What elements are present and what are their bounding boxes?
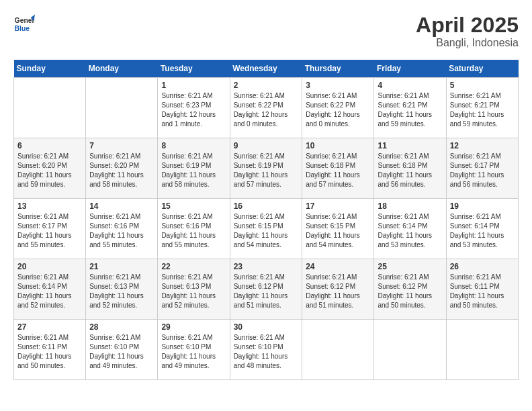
day-number: 7: [89, 141, 154, 150]
day-number: 21: [89, 262, 154, 271]
day-info: Sunrise: 6:21 AM Sunset: 6:22 PM Dayligh…: [306, 91, 370, 129]
day-number: 28: [89, 322, 154, 332]
calendar-title: April 2025: [416, 13, 519, 37]
day-cell: 27Sunrise: 6:21 AM Sunset: 6:11 PM Dayli…: [14, 320, 86, 380]
day-info: Sunrise: 6:21 AM Sunset: 6:13 PM Dayligh…: [89, 273, 154, 310]
day-number: 9: [234, 141, 299, 150]
day-number: 16: [234, 201, 299, 211]
day-info: Sunrise: 6:21 AM Sunset: 6:20 PM Dayligh…: [89, 152, 154, 189]
logo: General Blue: [13, 13, 35, 35]
day-number: 23: [234, 262, 299, 271]
day-info: Sunrise: 6:21 AM Sunset: 6:11 PM Dayligh…: [17, 333, 82, 371]
week-row-4: 20Sunrise: 6:21 AM Sunset: 6:14 PM Dayli…: [14, 259, 519, 320]
day-cell: 20Sunrise: 6:21 AM Sunset: 6:14 PM Dayli…: [14, 259, 86, 320]
day-number: 4: [378, 81, 442, 90]
day-cell: 28Sunrise: 6:21 AM Sunset: 6:10 PM Dayli…: [86, 320, 158, 380]
day-cell: 15Sunrise: 6:21 AM Sunset: 6:16 PM Dayli…: [158, 199, 230, 259]
week-row-2: 6Sunrise: 6:21 AM Sunset: 6:20 PM Daylig…: [14, 138, 519, 199]
day-cell: 11Sunrise: 6:21 AM Sunset: 6:18 PM Dayli…: [374, 138, 446, 199]
header-cell-thursday: Thursday: [302, 60, 374, 78]
day-info: Sunrise: 6:21 AM Sunset: 6:21 PM Dayligh…: [378, 91, 442, 129]
logo-icon: General Blue: [13, 13, 35, 35]
day-number: 5: [450, 81, 515, 90]
day-info: Sunrise: 6:21 AM Sunset: 6:22 PM Dayligh…: [234, 91, 299, 129]
day-info: Sunrise: 6:21 AM Sunset: 6:17 PM Dayligh…: [450, 152, 515, 189]
day-cell: [374, 320, 446, 380]
day-info: Sunrise: 6:21 AM Sunset: 6:23 PM Dayligh…: [161, 91, 226, 129]
day-number: 15: [161, 201, 226, 211]
day-info: Sunrise: 6:21 AM Sunset: 6:12 PM Dayligh…: [234, 273, 299, 310]
day-cell: 10Sunrise: 6:21 AM Sunset: 6:18 PM Dayli…: [302, 138, 374, 199]
day-info: Sunrise: 6:21 AM Sunset: 6:12 PM Dayligh…: [378, 273, 442, 310]
day-cell: 2Sunrise: 6:21 AM Sunset: 6:22 PM Daylig…: [230, 78, 302, 138]
day-info: Sunrise: 6:21 AM Sunset: 6:16 PM Dayligh…: [89, 212, 154, 250]
day-info: Sunrise: 6:21 AM Sunset: 6:15 PM Dayligh…: [306, 212, 370, 250]
header-cell-friday: Friday: [374, 60, 446, 78]
day-number: 30: [234, 322, 299, 332]
day-info: Sunrise: 6:21 AM Sunset: 6:14 PM Dayligh…: [17, 273, 82, 310]
day-number: 10: [306, 141, 370, 150]
day-number: 3: [306, 81, 370, 90]
week-row-5: 27Sunrise: 6:21 AM Sunset: 6:11 PM Dayli…: [14, 320, 519, 380]
day-number: 8: [161, 141, 226, 150]
day-cell: 29Sunrise: 6:21 AM Sunset: 6:10 PM Dayli…: [158, 320, 230, 380]
day-cell: 6Sunrise: 6:21 AM Sunset: 6:20 PM Daylig…: [14, 138, 86, 199]
day-number: 2: [234, 81, 299, 90]
calendar-subtitle: Bangli, Indonesia: [416, 37, 519, 49]
day-cell: 24Sunrise: 6:21 AM Sunset: 6:12 PM Dayli…: [302, 259, 374, 320]
day-info: Sunrise: 6:21 AM Sunset: 6:10 PM Dayligh…: [234, 333, 299, 371]
day-number: 26: [450, 262, 515, 271]
day-number: 29: [161, 322, 226, 332]
day-info: Sunrise: 6:21 AM Sunset: 6:18 PM Dayligh…: [306, 152, 370, 189]
day-info: Sunrise: 6:21 AM Sunset: 6:19 PM Dayligh…: [234, 152, 299, 189]
day-cell: 26Sunrise: 6:21 AM Sunset: 6:11 PM Dayli…: [446, 259, 518, 320]
day-info: Sunrise: 6:21 AM Sunset: 6:21 PM Dayligh…: [450, 91, 515, 129]
header-cell-monday: Monday: [86, 60, 158, 78]
day-info: Sunrise: 6:21 AM Sunset: 6:11 PM Dayligh…: [450, 273, 515, 310]
day-cell: 17Sunrise: 6:21 AM Sunset: 6:15 PM Dayli…: [302, 199, 374, 259]
day-info: Sunrise: 6:21 AM Sunset: 6:19 PM Dayligh…: [161, 152, 226, 189]
day-cell: 8Sunrise: 6:21 AM Sunset: 6:19 PM Daylig…: [158, 138, 230, 199]
day-number: 6: [17, 141, 82, 150]
day-cell: 21Sunrise: 6:21 AM Sunset: 6:13 PM Dayli…: [86, 259, 158, 320]
day-info: Sunrise: 6:21 AM Sunset: 6:20 PM Dayligh…: [17, 152, 82, 189]
title-block: April 2025 Bangli, Indonesia: [416, 13, 519, 49]
day-cell: 25Sunrise: 6:21 AM Sunset: 6:12 PM Dayli…: [374, 259, 446, 320]
day-cell: [14, 78, 86, 138]
day-number: 19: [450, 201, 515, 211]
day-number: 25: [378, 262, 442, 271]
day-cell: 19Sunrise: 6:21 AM Sunset: 6:14 PM Dayli…: [446, 199, 518, 259]
day-cell: [302, 320, 374, 380]
day-info: Sunrise: 6:21 AM Sunset: 6:16 PM Dayligh…: [161, 212, 226, 250]
day-number: 24: [306, 262, 370, 271]
day-cell: 4Sunrise: 6:21 AM Sunset: 6:21 PM Daylig…: [374, 78, 446, 138]
day-cell: [446, 320, 518, 380]
header-cell-sunday: Sunday: [14, 60, 86, 78]
day-cell: 1Sunrise: 6:21 AM Sunset: 6:23 PM Daylig…: [158, 78, 230, 138]
header-cell-wednesday: Wednesday: [230, 60, 302, 78]
day-number: 14: [89, 201, 154, 211]
day-number: 13: [17, 201, 82, 211]
day-info: Sunrise: 6:21 AM Sunset: 6:10 PM Dayligh…: [89, 333, 154, 371]
day-number: 12: [450, 141, 515, 150]
day-info: Sunrise: 6:21 AM Sunset: 6:18 PM Dayligh…: [378, 152, 442, 189]
header-row: SundayMondayTuesdayWednesdayThursdayFrid…: [14, 60, 519, 78]
day-cell: 14Sunrise: 6:21 AM Sunset: 6:16 PM Dayli…: [86, 199, 158, 259]
week-row-3: 13Sunrise: 6:21 AM Sunset: 6:17 PM Dayli…: [14, 199, 519, 259]
day-info: Sunrise: 6:21 AM Sunset: 6:13 PM Dayligh…: [161, 273, 226, 310]
day-cell: 23Sunrise: 6:21 AM Sunset: 6:12 PM Dayli…: [230, 259, 302, 320]
svg-text:Blue: Blue: [15, 25, 30, 32]
day-cell: 3Sunrise: 6:21 AM Sunset: 6:22 PM Daylig…: [302, 78, 374, 138]
day-cell: 12Sunrise: 6:21 AM Sunset: 6:17 PM Dayli…: [446, 138, 518, 199]
day-info: Sunrise: 6:21 AM Sunset: 6:14 PM Dayligh…: [378, 212, 442, 250]
day-number: 1: [161, 81, 226, 90]
day-cell: 30Sunrise: 6:21 AM Sunset: 6:10 PM Dayli…: [230, 320, 302, 380]
day-cell: 9Sunrise: 6:21 AM Sunset: 6:19 PM Daylig…: [230, 138, 302, 199]
day-number: 20: [17, 262, 82, 271]
day-cell: [86, 78, 158, 138]
day-cell: 18Sunrise: 6:21 AM Sunset: 6:14 PM Dayli…: [374, 199, 446, 259]
header-cell-tuesday: Tuesday: [158, 60, 230, 78]
calendar-table: SundayMondayTuesdayWednesdayThursdayFrid…: [13, 60, 519, 380]
day-cell: 13Sunrise: 6:21 AM Sunset: 6:17 PM Dayli…: [14, 199, 86, 259]
day-cell: 7Sunrise: 6:21 AM Sunset: 6:20 PM Daylig…: [86, 138, 158, 199]
